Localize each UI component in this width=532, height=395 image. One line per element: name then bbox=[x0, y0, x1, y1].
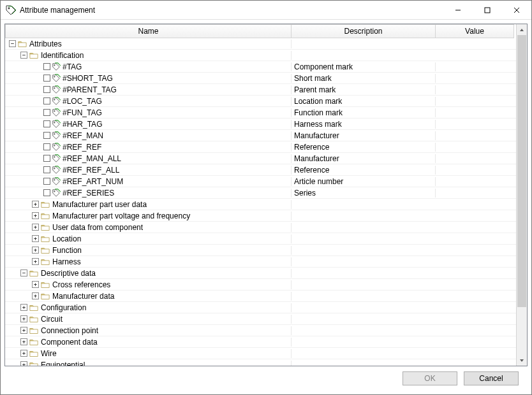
tree-leaf-row[interactable]: #PARENT_TAGParent mark bbox=[5, 84, 516, 96]
column-headers: Name Description Value bbox=[5, 24, 516, 38]
svg-point-16 bbox=[54, 190, 55, 192]
attribute-checkbox[interactable] bbox=[43, 86, 50, 93]
svg-point-11 bbox=[54, 133, 55, 134]
expand-toggle[interactable]: + bbox=[20, 361, 27, 366]
footer: OK Cancel bbox=[4, 366, 528, 391]
scroll-up-button[interactable] bbox=[517, 24, 527, 35]
collapse-toggle[interactable]: − bbox=[9, 40, 16, 47]
tree-folder-row[interactable]: −Attributes bbox=[5, 38, 516, 50]
tree-leaf-row[interactable]: #HAR_TAGHarness mark bbox=[5, 118, 516, 130]
tree-leaf-row[interactable]: #REF_REFReference bbox=[5, 141, 516, 153]
attribute-checkbox[interactable] bbox=[43, 132, 50, 139]
attribute-checkbox[interactable] bbox=[43, 189, 50, 196]
tag-icon bbox=[52, 85, 61, 94]
tree-folder-row[interactable]: +Location bbox=[5, 233, 516, 245]
expand-toggle[interactable]: + bbox=[20, 327, 27, 334]
expand-toggle[interactable]: + bbox=[32, 224, 39, 231]
folder-label: Manufacturer part user data bbox=[52, 200, 147, 209]
attribute-label: #HAR_TAG bbox=[63, 120, 102, 129]
folder-icon bbox=[41, 235, 50, 243]
attribute-checkbox[interactable] bbox=[43, 109, 50, 116]
tag-icon bbox=[52, 189, 61, 198]
folder-icon bbox=[29, 315, 38, 323]
attribute-checkbox[interactable] bbox=[43, 97, 50, 104]
minimize-button[interactable] bbox=[443, 1, 473, 19]
expand-toggle[interactable]: + bbox=[32, 292, 39, 299]
ok-button[interactable]: OK bbox=[403, 371, 457, 385]
folder-icon bbox=[41, 247, 50, 254]
header-value[interactable]: Value bbox=[436, 24, 514, 38]
tree-leaf-row[interactable]: #REF_SERIESSeries bbox=[5, 187, 516, 199]
description-cell: Parent mark bbox=[292, 85, 436, 94]
cancel-button[interactable]: Cancel bbox=[464, 371, 519, 385]
folder-label: Circuit bbox=[41, 315, 63, 324]
attribute-label: #REF_MAN_ALL bbox=[63, 154, 121, 163]
scroll-down-button[interactable] bbox=[517, 355, 527, 366]
tree-folder-row[interactable]: +Connection point bbox=[5, 325, 516, 336]
tree-leaf-row[interactable]: #REF_MANManufacturer bbox=[5, 130, 516, 141]
tree-folder-row[interactable]: −Identification bbox=[5, 50, 516, 61]
expand-toggle[interactable]: + bbox=[20, 304, 27, 311]
attribute-label: #REF_REF bbox=[63, 143, 101, 152]
attribute-checkbox[interactable] bbox=[43, 120, 50, 127]
attribute-checkbox[interactable] bbox=[43, 166, 50, 173]
folder-label: Attributes bbox=[29, 40, 62, 48]
tree-folder-row[interactable]: +Function bbox=[5, 245, 516, 256]
tree-folder-row[interactable]: +Configuration bbox=[5, 302, 516, 313]
attribute-checkbox[interactable] bbox=[43, 143, 50, 150]
tree-leaf-row[interactable]: #REF_REF_ALLReference bbox=[5, 164, 516, 176]
collapse-toggle[interactable]: − bbox=[20, 52, 27, 59]
header-name[interactable]: Name bbox=[5, 24, 292, 38]
folder-icon bbox=[29, 269, 38, 277]
tree-folder-row[interactable]: −Descriptive data bbox=[5, 268, 516, 279]
folder-icon bbox=[18, 40, 27, 48]
collapse-toggle[interactable]: − bbox=[20, 269, 27, 276]
tag-icon bbox=[52, 108, 61, 117]
client-area: Name Description Value −Attributes−Ident… bbox=[1, 20, 531, 394]
grid: Name Description Value −Attributes−Ident… bbox=[4, 24, 528, 366]
attribute-label: #FUN_TAG bbox=[63, 108, 102, 117]
expand-toggle[interactable]: + bbox=[32, 258, 39, 265]
tree-leaf-row[interactable]: #TAGComponent mark bbox=[5, 61, 516, 73]
vertical-scrollbar[interactable] bbox=[516, 24, 527, 366]
description-cell: Harness mark bbox=[292, 120, 436, 129]
tree-folder-row[interactable]: +Equipotential bbox=[5, 359, 516, 366]
expand-toggle[interactable]: + bbox=[32, 247, 39, 254]
tree-leaf-row[interactable]: #FUN_TAGFunction mark bbox=[5, 107, 516, 118]
attribute-checkbox[interactable] bbox=[43, 155, 50, 162]
expand-toggle[interactable]: + bbox=[20, 315, 27, 322]
attribute-label: #REF_MAN bbox=[63, 131, 103, 140]
tree-leaf-row[interactable]: #SHORT_TAGShort mark bbox=[5, 73, 516, 84]
tree-folder-row[interactable]: +Component data bbox=[5, 336, 516, 348]
tree-folder-row[interactable]: +Cross references bbox=[5, 279, 516, 291]
attribute-label: #REF_REF_ALL bbox=[63, 166, 119, 175]
attribute-checkbox[interactable] bbox=[43, 178, 50, 185]
expand-toggle[interactable]: + bbox=[32, 281, 39, 288]
expand-toggle[interactable]: + bbox=[32, 212, 39, 219]
attribute-checkbox[interactable] bbox=[43, 75, 50, 82]
expand-toggle[interactable]: + bbox=[32, 201, 39, 208]
expand-toggle[interactable]: + bbox=[20, 350, 27, 357]
description-cell: Reference bbox=[292, 166, 436, 175]
expand-toggle[interactable]: + bbox=[20, 338, 27, 345]
app-tag-icon bbox=[6, 5, 16, 15]
tree-folder-row[interactable]: +Manufacturer part voltage and frequency bbox=[5, 210, 516, 222]
expand-toggle[interactable]: + bbox=[32, 235, 39, 242]
scroll-track[interactable] bbox=[517, 35, 527, 355]
svg-point-6 bbox=[54, 76, 55, 77]
tree-leaf-row[interactable]: #REF_MAN_ALLManufacturer bbox=[5, 153, 516, 164]
scroll-thumb[interactable] bbox=[517, 35, 526, 307]
tree-folder-row[interactable]: +Wire bbox=[5, 348, 516, 359]
header-description[interactable]: Description bbox=[292, 24, 436, 38]
attribute-checkbox[interactable] bbox=[43, 63, 50, 70]
tree-leaf-row[interactable]: #REF_ART_NUMArticle number bbox=[5, 176, 516, 187]
tree-folder-row[interactable]: +User data from component bbox=[5, 222, 516, 233]
maximize-button[interactable] bbox=[473, 1, 502, 19]
folder-label: Descriptive data bbox=[41, 269, 96, 278]
close-button[interactable] bbox=[502, 1, 531, 19]
tree-leaf-row[interactable]: #LOC_TAGLocation mark bbox=[5, 96, 516, 107]
tree-folder-row[interactable]: +Circuit bbox=[5, 313, 516, 325]
tree-folder-row[interactable]: +Harness bbox=[5, 256, 516, 268]
tree-folder-row[interactable]: +Manufacturer part user data bbox=[5, 199, 516, 210]
tree-folder-row[interactable]: +Manufacturer data bbox=[5, 291, 516, 302]
